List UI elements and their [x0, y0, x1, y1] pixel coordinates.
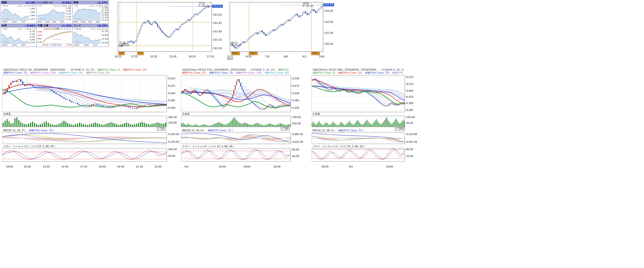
market-card-header: インド+0.15%	[73, 24, 108, 27]
ticker-symbol: ^KS11	[2, 5, 8, 7]
market-card-taiwan[interactable]: 台湾+0.02%^TWIIOct 4, 1:29pm CST8,3208,300…	[1, 24, 37, 47]
watermark: © Yahoo!	[2, 41, 10, 43]
y-tick-label: 22,800	[101, 7, 108, 9]
x-axis-label: 8/6	[280, 55, 292, 58]
market-card-singapore[interactable]: シンガポール+0.85%^STIOct 4, 4:59pm SGT3,2003,…	[37, 1, 73, 24]
timestamp: Oct 4, 2:57pm KST	[18, 5, 36, 7]
market-card-header: 台湾+0.02%	[1, 24, 36, 27]
contract-label: 10/4	[137, 52, 144, 55]
y-tick-label: 8,280	[30, 36, 35, 38]
nikkei-5min-plot[interactable]	[2, 68, 182, 170]
market-card-header: 香港+1.17%	[73, 1, 108, 4]
x-tick-label: 10am	[2, 44, 7, 46]
x-axis-label: 21:20	[133, 165, 146, 168]
stoch-pane-frame	[181, 148, 291, 161]
x-axis-label: 10/04	[3, 165, 16, 168]
high-time-annotation: 10/04	[303, 2, 309, 5]
x-tick-label: 10am	[73, 21, 78, 23]
y-tick-label: 22,700	[101, 9, 108, 12]
volume-label: 出来高	[313, 113, 320, 115]
current-price-badge: 143.55	[212, 5, 223, 8]
market-card-india[interactable]: インド+0.15%^BSESNOct 4, 2:02pm IST20,70020…	[73, 24, 109, 47]
x-axis-label: 13:20	[40, 165, 53, 168]
jgb-intraday-chart[interactable]: 143.55143.50143.45143.40143.35143.30143.…	[114, 1, 225, 62]
price-y-label: 9,430	[292, 92, 299, 95]
price-y-label: 9,475	[292, 85, 299, 87]
x-axis-label: 13:40	[167, 55, 179, 58]
y-axis-label: 143.40	[213, 30, 222, 33]
stoch-y-label: 80.00	[406, 148, 413, 151]
jgb-daily-chart[interactable]: 143.00142.00141.00140.00143.555/136/107/…	[228, 1, 336, 62]
market-card-korea[interactable]: 韓国+0.14%^KS11Oct 4, 2:57pm KST1,8901,885…	[1, 1, 37, 24]
stoch-label: スロー・ストキャスティクス( 14, 3, 80, 20 )	[3, 145, 55, 148]
timestamp: Oct 4, 1:29pm CST	[18, 28, 36, 30]
y-axis-label: 143.00	[324, 10, 333, 12]
legend-item: 移動平均( Close, 75)	[3, 71, 27, 74]
x-axis-label: 7/8	[261, 55, 273, 58]
contract-label: 09限月	[249, 52, 258, 55]
x-tick-label: 12pm	[83, 44, 89, 46]
watermark: sina.com	[53, 38, 60, 40]
ticker-symbol: ^STI	[38, 5, 42, 7]
stoch-y-label: 100.00	[168, 148, 177, 151]
legend-item: 一目均衡表( 9, 26, 52)	[379, 68, 404, 71]
macd-y-label: 9,430.00	[168, 133, 179, 136]
macd-label-main: MACD( 12, 26, 9 )	[313, 129, 335, 132]
nikkei-15min-plot[interactable]	[181, 68, 305, 170]
volume-unit: × 100	[157, 127, 165, 131]
market-card-header: 中国 上海+1.72%	[37, 24, 72, 27]
nikkei-30min-plot[interactable]	[312, 68, 422, 170]
nikkei-15min-panel[interactable]: 日経225mini 10/12( 15分, 2010/09/24 - 2010/…	[181, 68, 305, 171]
y-axis-label: 142.00	[324, 21, 333, 23]
x-tick-label: 2pm	[21, 21, 26, 23]
macd-y-label: 9,370.00	[168, 141, 179, 143]
price-y-label: 9,520	[292, 77, 299, 80]
stoch-pane-frame	[2, 148, 167, 161]
x-tick-label: 12pm	[80, 21, 86, 23]
x-axis-label: 6/10	[242, 55, 255, 58]
legend-item: 移動平均( Close, 75)	[209, 71, 233, 74]
volume-label: 出来高	[3, 113, 11, 115]
x-axis-label: Oct	[344, 165, 357, 168]
macd-label-main: MACD( 12, 26, 9 )	[182, 129, 204, 132]
y-tick-label: 20,400	[101, 42, 108, 44]
nikkei-30min-panel[interactable]: 日経225mini 10/12( 30分, 2010/09/24 - 2010/…	[312, 68, 422, 171]
y-tick-label: 20,700	[101, 30, 108, 32]
legend-row: 移動平均( Close, 5)移動平均( Close, 25)移動平均( Clo…	[313, 71, 404, 74]
price-y-label: 9,340	[292, 107, 299, 109]
contract-label: 12限月	[311, 52, 320, 55]
macd-label: MACD( 12, 26, 9 )移動平均( Close, 75 )	[3, 129, 54, 132]
x-tick-label: 2pm	[88, 21, 92, 23]
market-name: 香港	[74, 1, 78, 4]
asian-markets-grid: 韓国+0.14%^KS11Oct 4, 2:57pm KST1,8901,885…	[1, 1, 109, 47]
x-axis-label: 17:20	[77, 165, 90, 168]
legend-item: 移動平均( Close, 25)	[182, 71, 206, 74]
x-axis-label: 20:00	[271, 165, 283, 168]
macd-label-ma: 移動平均( Close, 75 )	[208, 129, 233, 132]
y-axis-label: 143.45	[213, 22, 222, 24]
stoch-y-label: 45.00	[168, 155, 175, 157]
current-price-badge: 143.55	[324, 3, 334, 6]
nikkei-5min-panel[interactable]: 日経225mini 10/12( 5分, 2010/09/29 - 2010/1…	[2, 68, 182, 171]
x-axis-label: 18:40	[96, 165, 109, 168]
jgb-intraday-plot[interactable]	[114, 1, 225, 62]
year-label: 2010	[224, 58, 236, 60]
legend-row: 移動平均( Close, 75)移動平均( Close, 150)移動平均( C…	[3, 71, 166, 74]
y-axis-label: 143.35	[213, 38, 222, 41]
market-change: +0.15%	[97, 24, 108, 27]
x-axis-label: 9/3	[298, 55, 310, 58]
legend-item: 移動平均( Close, 40)	[265, 71, 289, 74]
market-card-shanghai[interactable]: 中国 上海+1.72%sh000001上证指数09-30 15:00265626…	[37, 24, 73, 47]
price-y-label: 9,475	[168, 85, 175, 87]
ticker-symbol: ^BSESN	[74, 28, 81, 30]
y-tick-label: 3,120	[66, 18, 71, 21]
y-tick-label: 1,875	[30, 18, 35, 20]
index-name: 上证指数	[52, 28, 60, 30]
y-tick-label: 8,320	[30, 30, 35, 33]
y-tick-label: 20,600	[101, 34, 108, 36]
macd-y-label: 9,485.00	[292, 133, 303, 136]
market-change: +0.02%	[25, 24, 36, 27]
x-axis-label: 10/04	[241, 165, 253, 168]
market-card-hongkong[interactable]: 香港+1.17%^HSIOct 4, 4:40pm HKT22,80022,70…	[73, 1, 109, 24]
y-tick-label: 2611	[37, 38, 42, 40]
